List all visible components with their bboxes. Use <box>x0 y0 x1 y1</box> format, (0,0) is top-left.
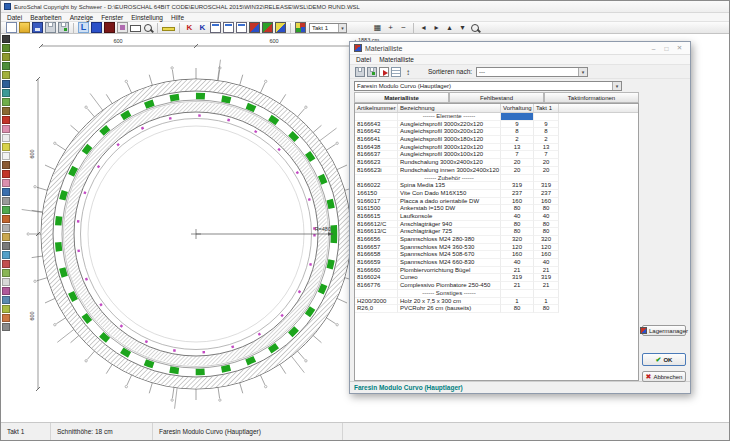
side-tool-21-icon[interactable] <box>2 215 10 223</box>
scroll-up-icon[interactable]: ▴ <box>444 22 455 33</box>
zoom-tool-icon[interactable] <box>144 24 152 32</box>
side-tool-4-icon[interactable] <box>2 62 10 70</box>
material-row[interactable]: 8166613/CAnschlagträger 7258080 <box>355 228 638 236</box>
side-tool-31-icon[interactable] <box>2 305 10 313</box>
cancel-button[interactable]: ✖ Abbrechen <box>642 371 686 382</box>
side-tool-18-icon[interactable] <box>2 188 10 196</box>
side-tool-33-icon[interactable] <box>2 323 10 331</box>
material-row[interactable]: 8166623Rundschalung 3000x2400x1202020 <box>355 159 638 167</box>
close-icon[interactable]: ✕ <box>673 44 686 52</box>
material-row[interactable]: 9161500Ankerstab l=150 DW8080 <box>355 205 638 213</box>
side-tool-24-icon[interactable] <box>2 242 10 250</box>
side-tool-14-icon[interactable] <box>2 152 10 160</box>
side-tool-23-icon[interactable] <box>2 233 10 241</box>
side-tool-32-icon[interactable] <box>2 314 10 322</box>
group-row[interactable]: ------ Zubehör ------ <box>355 175 638 183</box>
ok-button[interactable]: ✔ OK <box>642 353 686 366</box>
side-tool-19-icon[interactable] <box>2 197 10 205</box>
material-row[interactable]: 9166017Placca a dado orientabile DW16016… <box>355 198 638 206</box>
menu-anzeige[interactable]: Anzeige <box>66 14 98 21</box>
print-preview-icon[interactable] <box>58 22 69 33</box>
stock-select[interactable]: Faresin Modulo Curvo (Hauptlager) ▾ <box>354 81 622 91</box>
side-tool-22-icon[interactable] <box>2 224 10 232</box>
sort-select[interactable]: --- ▾ <box>476 67 588 77</box>
material-row[interactable]: 8166615Laufkonsole4040 <box>355 213 638 221</box>
side-tool-12-icon[interactable] <box>2 134 10 142</box>
side-tool-20-icon[interactable] <box>2 206 10 214</box>
export-icon[interactable] <box>379 67 389 77</box>
panel-fill-icon[interactable] <box>91 22 102 33</box>
side-tool-16-icon[interactable] <box>2 170 10 178</box>
material-list-icon[interactable] <box>210 22 221 33</box>
material-row[interactable]: 8166656Spannschloss M24 280-380320320 <box>355 236 638 244</box>
tab-fehlbestand[interactable]: Fehlbestand <box>449 92 544 103</box>
material-row[interactable]: 8166776Complessivo Piombatore 250-450212… <box>355 282 638 290</box>
side-tool-2-icon[interactable] <box>2 44 10 52</box>
side-tool-8-icon[interactable] <box>2 98 10 106</box>
column-header-takt-1[interactable]: Takt 1 <box>534 104 559 112</box>
side-tool-11-icon[interactable] <box>2 125 10 133</box>
sort-icon[interactable]: ↕ <box>403 67 413 77</box>
side-tool-9-icon[interactable] <box>2 107 10 115</box>
save-file-icon[interactable] <box>32 22 43 33</box>
zoom-out-icon[interactable]: − <box>398 22 409 33</box>
lagermanager-button[interactable]: Lagermanager <box>642 325 686 336</box>
measure-line-icon[interactable] <box>162 27 175 31</box>
side-tool-26-icon[interactable] <box>2 260 10 268</box>
cutting-list-icon[interactable] <box>223 22 234 33</box>
print-icon[interactable] <box>355 67 365 77</box>
column-header-vorhaltung[interactable]: Vorhaltung <box>501 104 534 112</box>
side-tool-13-icon[interactable] <box>2 143 10 151</box>
material-row[interactable]: 8166641Ausgleichsprofil 3000x180x12022 <box>355 136 638 144</box>
document-icon[interactable] <box>391 67 401 77</box>
side-tool-17-icon[interactable] <box>2 179 10 187</box>
dialog-titlebar[interactable]: Materialliste – □ ✕ <box>350 42 690 55</box>
minimize-button[interactable]: – <box>647 45 660 52</box>
tab-materialliste[interactable]: Materialliste <box>354 92 449 103</box>
transfer-cube-icon[interactable] <box>275 22 286 33</box>
column-header-artikelnummer[interactable]: Artikelnummer <box>355 104 398 112</box>
remove-formwork-icon[interactable]: K <box>197 22 208 33</box>
storage-cube-icon[interactable] <box>262 22 273 33</box>
menu-fenster[interactable]: Fenster <box>97 14 127 21</box>
material-row[interactable]: R26,0PVCRohr 26 cm (bauseits)8080 <box>355 305 638 313</box>
material-row[interactable]: 8166642Ausgleichsprofil 3000x200x12088 <box>355 128 638 136</box>
maximize-button[interactable]: □ <box>660 45 673 52</box>
part-list-icon[interactable] <box>236 22 247 33</box>
assign-formwork-icon[interactable]: K <box>184 22 195 33</box>
side-tool-10-icon[interactable] <box>2 116 10 124</box>
material-row[interactable]: 8166660Plombiervorrichtung Bügel2121 <box>355 267 638 275</box>
pan-grid-icon[interactable]: ▦ <box>372 22 383 33</box>
open-file-icon[interactable] <box>19 22 30 33</box>
takt-select[interactable]: Takt 1▾ <box>309 23 347 33</box>
menu-datei[interactable]: Datei <box>3 14 26 21</box>
menu-einstellung[interactable]: Einstellung <box>127 14 167 21</box>
material-row[interactable]: 8166658Spannschloss M24 508-670160160 <box>355 251 638 259</box>
rectangle-tool-icon[interactable] <box>130 25 141 32</box>
material-row[interactable]: 166150Vite Con Dado M16X150237237 <box>355 190 638 198</box>
side-tool-29-icon[interactable] <box>2 287 10 295</box>
group-row[interactable]: ------ Sonstiges ------ <box>355 290 638 298</box>
tab-taktinformationen[interactable]: Taktinformationen <box>544 92 639 103</box>
dialog-menu-materialliste[interactable]: Materialliste <box>375 56 418 63</box>
dialog-menu-datei[interactable]: Datei <box>352 56 375 63</box>
menu-bearbeiten[interactable]: Bearbeiten <box>26 14 65 21</box>
slab-tool-icon[interactable] <box>104 22 115 33</box>
print-preview-icon[interactable] <box>367 67 377 77</box>
side-tool-25-icon[interactable] <box>2 251 10 259</box>
side-tool-1-icon[interactable] <box>2 35 10 43</box>
side-tool-6-icon[interactable] <box>2 80 10 88</box>
material-row[interactable]: 8166623iRundschalung innen 3000x2400x120… <box>355 167 638 175</box>
material-row[interactable]: 8166024Cuneo319319 <box>355 274 638 282</box>
material-row[interactable]: 8166657Spannschloss M24 360-530120120 <box>355 244 638 252</box>
material-row[interactable]: 8166612/CAnschlagträger 9408080 <box>355 221 638 229</box>
zoom-in-icon[interactable]: + <box>385 22 396 33</box>
material-row[interactable]: 8166659Spannschloss M24 660-8304040 <box>355 259 638 267</box>
accessory-tool-icon[interactable] <box>117 22 128 33</box>
stock-cube-icon[interactable] <box>249 22 260 33</box>
zoom-window-icon[interactable] <box>471 24 479 32</box>
menu-hilfe[interactable]: Hilfe <box>167 14 188 21</box>
scroll-left-icon[interactable]: ◂ <box>418 22 429 33</box>
wall-tool-icon[interactable]: L <box>78 22 89 33</box>
side-tool-28-icon[interactable] <box>2 278 10 286</box>
